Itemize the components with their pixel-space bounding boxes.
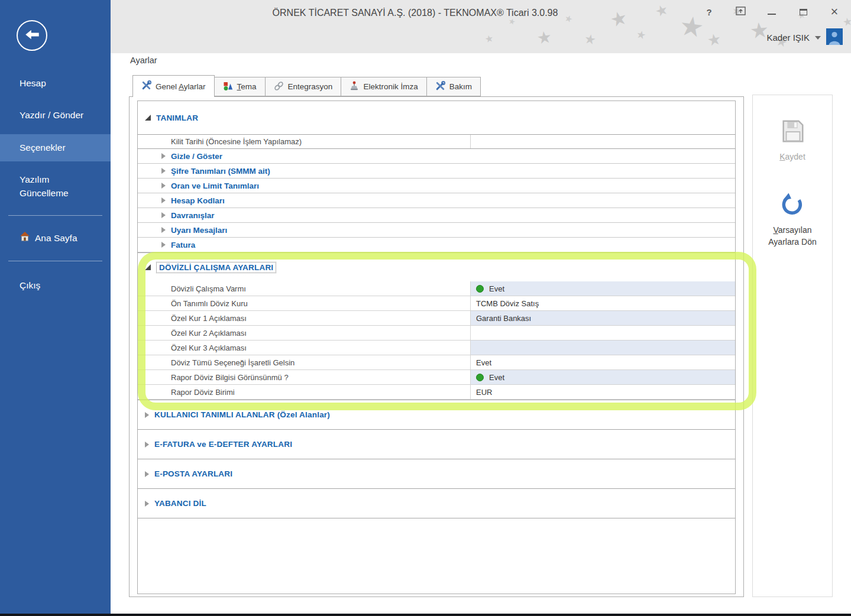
sidebar-item-hesap[interactable]: Hesap: [0, 70, 111, 97]
group-row[interactable]: Fatura: [138, 238, 735, 252]
sidebar-item-label: Ana Sayfa: [35, 232, 77, 245]
sidebar-item-ana-sayfa[interactable]: Ana Sayfa: [0, 224, 111, 252]
sidebar: Hesap Yazdır / Gönder Seçenekler Yazılım…: [0, 0, 111, 614]
group-label: Davranışlar: [171, 211, 215, 220]
group-row[interactable]: Gizle / Göster: [138, 149, 735, 164]
setting-row: Dövizli Çalışma Varmı Evet: [138, 281, 735, 296]
setting-value-text: Evet: [489, 373, 504, 382]
section-collapsed[interactable]: KULLANICI TANIMLI ALANLAR (Özel Alanlar): [138, 400, 735, 429]
pin-icon: [736, 7, 746, 18]
setting-value-text: Evet: [489, 284, 504, 293]
back-button[interactable]: [17, 20, 47, 51]
section-title: E-FATURA ve E-DEFTER AYARLARI: [154, 440, 292, 449]
sidebar-item-yazdir-gonder[interactable]: Yazdır / Gönder: [0, 102, 111, 129]
group-label: Uyarı Mesajları: [171, 226, 227, 235]
shapes-icon: [223, 81, 233, 93]
setting-value-text: TCMB Döviz Satış: [476, 299, 539, 308]
setting-value[interactable]: [471, 341, 735, 355]
group-row[interactable]: Hesap Kodları: [138, 193, 735, 208]
setting-row: Döviz Tümü Seçeneği İşaretli Gelsin Evet: [138, 355, 735, 370]
save-button[interactable]: Kaydet: [779, 118, 806, 161]
expander-closed-icon: [145, 501, 149, 507]
tab-entegrasyon[interactable]: Entegrasyon: [266, 77, 342, 96]
setting-label: Rapor Döviz Birimi: [138, 385, 471, 399]
setting-value[interactable]: Garanti Bankası: [471, 311, 735, 325]
tab-elektronik-imza[interactable]: Elektronik İmza: [341, 77, 426, 96]
setting-value-text: Evet: [476, 358, 491, 367]
expander-closed-icon: [161, 168, 166, 174]
status-green-dot-icon: [476, 285, 484, 293]
titlebar: ★ ★ ★ ★ ★ ★ ★ ★ ★ ★ ★ ★ ★ ★ ★ ★ ÖRNEK Tİ…: [111, 0, 851, 53]
group-row[interactable]: Oran ve Limit Tanımları: [138, 179, 735, 193]
setting-row: Ön Tanımlı Döviz Kuru TCMB Döviz Satış: [138, 296, 735, 311]
sidebar-divider: [8, 215, 102, 216]
main-area: ★ ★ ★ ★ ★ ★ ★ ★ ★ ★ ★ ★ ★ ★ ★ ★ ÖRNEK Tİ…: [111, 0, 851, 614]
setting-label: Döviz Tümü Seçeneği İşaretli Gelsin: [138, 355, 471, 369]
setting-row-kilit-tarihi: Kilit Tarihi (Öncesine İşlem Yapılamaz): [138, 134, 735, 149]
section-title: DÖVİZLİ ÇALIŞMA AYARLARI: [156, 262, 276, 273]
sidebar-item-yazilim-guncelleme[interactable]: Yazılım Güncelleme: [0, 166, 89, 207]
save-floppy-icon: [779, 118, 806, 147]
section-title: YABANCI DİL: [154, 499, 206, 508]
tab-label: Genel Aylarlar: [156, 82, 206, 91]
setting-row: Rapor Döviz Bilgisi Görünsünmü ? Evet: [138, 370, 735, 385]
group-label: Hesap Kodları: [171, 196, 225, 205]
tabstrip: Genel Aylarlar Tema: [132, 75, 481, 97]
grid-end-divider: [138, 518, 735, 518]
expander-closed-icon: [161, 212, 166, 218]
setting-value[interactable]: Evet: [471, 370, 735, 384]
close-button[interactable]: ×: [829, 6, 840, 18]
tab-bakim[interactable]: Bakım: [427, 77, 481, 96]
reset-label: VarsayılanAyarlara Dön: [768, 224, 816, 248]
setting-label: Özel Kur 1 Açıklaması: [138, 311, 471, 325]
setting-value[interactable]: EUR: [471, 385, 735, 399]
maximize-button[interactable]: [797, 6, 809, 18]
ribbon-pin-button[interactable]: [734, 6, 746, 18]
star-decoration: ★: [635, 29, 647, 41]
expander-closed-icon: [161, 183, 166, 189]
tab-genel-ayarlar[interactable]: Genel Aylarlar: [132, 75, 215, 97]
star-decoration: ★: [536, 28, 553, 47]
star-decoration: ★: [842, 16, 851, 28]
group-label: Fatura: [171, 241, 195, 249]
setting-value-text: Garanti Bankası: [476, 314, 531, 323]
sidebar-item-cikis[interactable]: Çıkış: [0, 272, 111, 299]
reset-defaults-button[interactable]: VarsayılanAyarlara Dön: [768, 192, 816, 248]
tab-label: Entegrasyon: [288, 82, 333, 91]
undo-arrow-icon: [781, 192, 804, 218]
group-row[interactable]: Şifre Tanımları (SMMM ait): [138, 164, 735, 179]
section-title: TANIMLAR: [156, 114, 198, 122]
app-window: Hesap Yazdır / Gönder Seçenekler Yazılım…: [0, 0, 851, 616]
setting-label: Özel Kur 2 Açıklaması: [138, 326, 471, 340]
section-tanimlar[interactable]: TANIMLAR: [138, 101, 735, 134]
group-label: Gizle / Göster: [171, 152, 222, 161]
user-menu[interactable]: Kader IŞIK: [766, 28, 843, 47]
expander-closed-icon: [161, 227, 166, 233]
user-name: Kader IŞIK: [766, 33, 810, 43]
chain-icon: [274, 81, 284, 93]
setting-value[interactable]: Evet: [471, 355, 735, 369]
section-dovizli-calisma[interactable]: DÖVİZLİ ÇALIŞMA AYARLARI: [138, 252, 735, 281]
sidebar-divider: [8, 261, 102, 261]
section-collapsed[interactable]: YABANCI DİL: [138, 488, 735, 518]
star-decoration: ★: [706, 31, 722, 48]
group-row[interactable]: Uyarı Mesajları: [138, 223, 735, 238]
setting-value[interactable]: TCMB Döviz Satış: [471, 296, 735, 310]
tab-tema[interactable]: Tema: [215, 77, 266, 96]
group-row[interactable]: Davranışlar: [138, 208, 735, 223]
setting-value[interactable]: Evet: [471, 281, 735, 296]
expander-closed-icon: [145, 471, 149, 477]
setting-value[interactable]: [471, 326, 735, 340]
minimize-button[interactable]: [766, 6, 778, 18]
setting-label: Özel Kur 3 Açıklaması: [138, 341, 471, 355]
section-collapsed[interactable]: E-FATURA ve E-DEFTER AYARLARI: [138, 429, 735, 459]
tab-label: Bakım: [449, 82, 472, 91]
section-collapsed[interactable]: E-POSTA AYARLARI: [138, 459, 735, 488]
sidebar-item-secenekler[interactable]: Seçenekler: [0, 134, 111, 161]
sidebar-nav: Hesap Yazdır / Gönder Seçenekler Yazılım…: [0, 70, 111, 299]
settings-grid: TANIMLAR Kilit Tarihi (Öncesine İşlem Ya…: [137, 100, 736, 594]
expander-open-icon: [145, 264, 151, 270]
help-button[interactable]: ?: [703, 6, 715, 18]
setting-value[interactable]: [471, 135, 735, 148]
stamp-icon: [350, 81, 359, 92]
